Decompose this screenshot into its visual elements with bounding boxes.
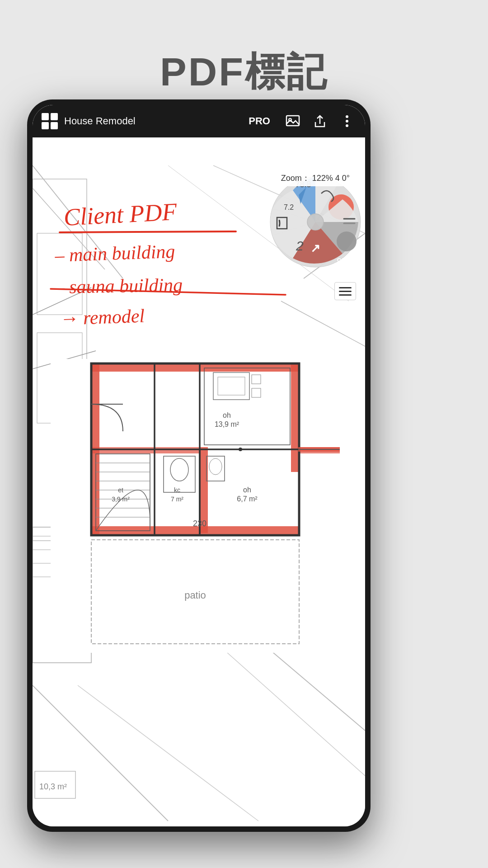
svg-rect-38 <box>291 363 299 472</box>
svg-point-87 <box>307 214 324 230</box>
svg-text:– sauna building: – sauna building <box>54 274 183 297</box>
svg-text:6,7 m²: 6,7 m² <box>237 495 258 503</box>
floor-plan: oh 13,9 m² et 3,9 m² kc 7 m² oh 6,7 m² 2… <box>51 359 340 653</box>
svg-text:13,9 m²: 13,9 m² <box>215 420 239 428</box>
zoom-rotation: 0° <box>342 174 350 183</box>
zoom-step: 4 <box>335 174 340 183</box>
more-options-icon[interactable] <box>338 112 356 130</box>
zoom-label: Zoom： <box>281 174 310 183</box>
svg-line-17 <box>33 685 168 821</box>
svg-text:7.2: 7.2 <box>284 203 294 211</box>
svg-text:↗: ↗ <box>310 241 320 255</box>
svg-text:kc: kc <box>174 486 180 494</box>
app-bar-actions <box>284 112 356 130</box>
svg-point-76 <box>239 448 242 451</box>
svg-point-5 <box>346 124 348 127</box>
svg-rect-0 <box>286 116 299 126</box>
pdf-content: Zoom： 122% 4 0° <box>33 137 365 826</box>
image-icon[interactable] <box>284 112 302 130</box>
svg-line-19 <box>258 640 365 731</box>
svg-text:2: 2 <box>296 238 304 253</box>
phone-screen: House Remodel PRO <box>33 105 365 826</box>
phone-frame: House Remodel PRO <box>27 99 371 832</box>
page-title: PDF標記 <box>0 45 488 99</box>
svg-line-29 <box>60 231 236 232</box>
tool-wheel[interactable]: ↗ 2 78.8 78.8 7.2 7.4 <box>268 175 363 269</box>
zoom-bar: Zoom： 122% 4 0° <box>275 170 356 186</box>
app-title: House Remodel <box>64 115 249 127</box>
svg-line-20 <box>213 640 365 776</box>
svg-text:Client PDF: Client PDF <box>63 198 178 231</box>
svg-text:oh: oh <box>243 486 251 494</box>
app-bar: House Remodel PRO <box>33 105 365 137</box>
svg-text:– main building: – main building <box>54 241 175 266</box>
hamburger-menu-button[interactable] <box>334 282 356 300</box>
zoom-value: 122% <box>312 174 333 183</box>
grid-icon[interactable] <box>42 113 58 129</box>
svg-text:et: et <box>118 486 123 494</box>
svg-text:7 m²: 7 m² <box>171 495 183 503</box>
svg-text:3,9 m²: 3,9 m² <box>112 495 130 503</box>
share-icon[interactable] <box>311 112 329 130</box>
svg-point-83 <box>337 231 357 251</box>
svg-text:patio: patio <box>184 590 206 601</box>
svg-text:10,3 m²: 10,3 m² <box>39 782 67 791</box>
svg-point-4 <box>346 120 348 123</box>
hamburger-line-2 <box>339 291 352 292</box>
hamburger-line-3 <box>339 294 352 296</box>
svg-point-3 <box>346 115 348 118</box>
svg-text:→ remodel: → remodel <box>59 305 145 329</box>
svg-text:oh: oh <box>223 411 231 419</box>
svg-text:7.4: 7.4 <box>334 261 344 269</box>
pro-badge: PRO <box>249 115 270 127</box>
svg-text:230: 230 <box>193 519 206 528</box>
svg-rect-39 <box>91 447 200 453</box>
svg-rect-35 <box>91 363 299 372</box>
hamburger-line-1 <box>339 287 352 288</box>
svg-line-18 <box>78 685 258 821</box>
